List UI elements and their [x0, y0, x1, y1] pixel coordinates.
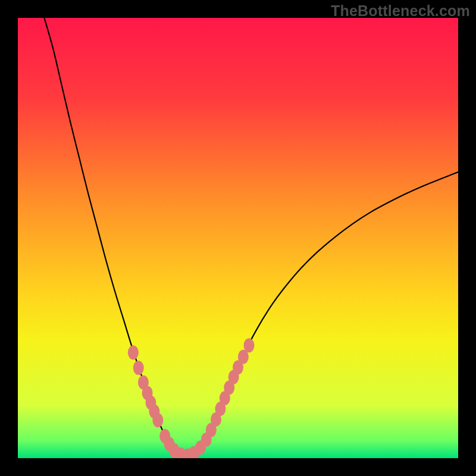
watermark-label: TheBottleneck.com — [331, 2, 470, 20]
marker-point — [133, 361, 144, 375]
chart-frame: TheBottleneck.com — [0, 0, 476, 476]
plot-area — [18, 18, 458, 458]
marker-point — [128, 345, 139, 359]
chart-svg — [18, 18, 458, 458]
marker-point — [152, 413, 163, 427]
gradient-background — [18, 18, 458, 458]
marker-point — [244, 339, 255, 353]
